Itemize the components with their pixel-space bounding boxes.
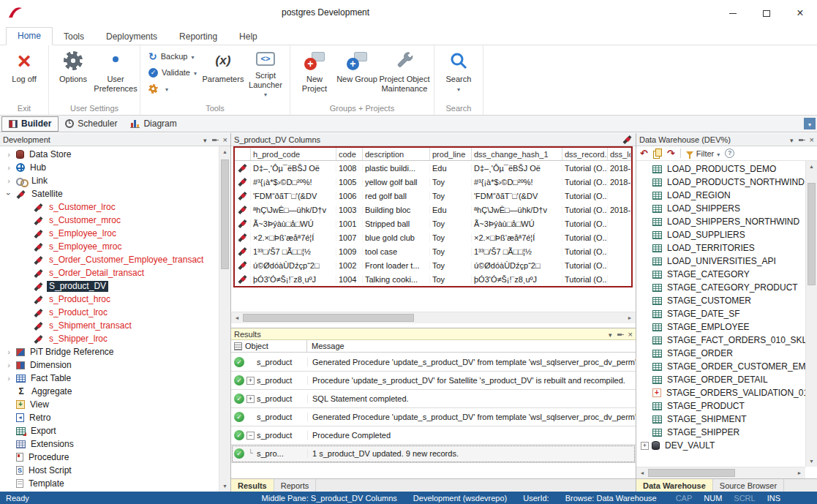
tree-item[interactable]: View — [0, 398, 219, 411]
scrollbar-thumb[interactable] — [648, 469, 735, 477]
tree-item[interactable]: Extensions — [0, 437, 219, 451]
result-row[interactable]: s_product SQL Statement completed. — [231, 390, 636, 408]
column-header[interactable]: dss_change_hash_1 — [472, 148, 562, 160]
pin-icon[interactable] — [211, 136, 219, 143]
tab-diagram[interactable]: Diagram — [124, 116, 183, 132]
minimize-button[interactable] — [716, 0, 750, 26]
object-column-header[interactable]: Object — [245, 342, 268, 350]
expander-icon[interactable] — [4, 374, 13, 383]
tree-item[interactable]: LOAD_SUPPLIERS — [636, 228, 805, 241]
maximize-button[interactable] — [750, 0, 783, 26]
backup-button[interactable]: Backup — [146, 49, 199, 64]
result-row[interactable]: s_product Procedure Completed — [231, 426, 636, 445]
table-row[interactable]: ×2.×□Þß‘æåª7é¦Í 1007 blue gold club Toy … — [235, 230, 631, 244]
tree-item[interactable]: s_Customer_mroc — [0, 214, 219, 227]
tree-item[interactable]: Export — [0, 424, 219, 437]
scrollbar-thumb[interactable] — [221, 159, 229, 269]
tree-item[interactable]: PiT Bridge Reference — [0, 345, 219, 358]
tree-item[interactable]: Hub — [0, 161, 219, 174]
close-pane-icon[interactable] — [223, 135, 227, 144]
tree-item[interactable]: s_Product_lroc — [0, 306, 219, 319]
column-header[interactable]: description — [363, 148, 430, 160]
scroll-up-icon[interactable] — [806, 161, 817, 172]
close-button[interactable] — [783, 0, 817, 26]
parameters-button[interactable]: Parameters — [202, 47, 244, 101]
table-row[interactable]: ú©ØdóàÙDźçp“2□ 1002 Front loader t... To… — [235, 258, 631, 272]
log-off-button[interactable]: Log off — [3, 47, 45, 101]
result-expander-icon[interactable] — [246, 450, 255, 458]
tree-item[interactable]: STAGE_DATE_SF — [636, 307, 805, 320]
pin-icon[interactable] — [798, 136, 805, 143]
pane-menu-icon[interactable] — [609, 330, 612, 339]
tree-item[interactable]: STAGE_SHIPMENT — [636, 413, 805, 426]
tree-item[interactable]: STAGE_CATEGORY — [636, 268, 805, 281]
scroll-up-icon[interactable] — [219, 146, 230, 157]
scrollbar-thumb[interactable] — [243, 314, 414, 322]
tree-item[interactable]: s_Shipper_lroc — [0, 332, 219, 345]
tree-item[interactable]: Aggregate — [0, 385, 219, 398]
scroll-right-icon[interactable] — [794, 470, 805, 475]
column-header[interactable]: h_prod_code — [251, 148, 336, 160]
tree-item[interactable]: LOAD_UNIVERSITIES_API — [636, 255, 805, 268]
expander-icon[interactable] — [4, 361, 13, 369]
tab-builder[interactable]: Builder — [1, 116, 59, 132]
ribbon-tab[interactable]: Reporting — [168, 29, 228, 45]
tree-item[interactable]: STAGE_ORDER_CUSTOMER_EMPLO — [636, 360, 805, 373]
filter-button[interactable]: Filter — [686, 149, 720, 158]
message-column-header[interactable]: Message — [307, 342, 636, 350]
tree-item[interactable]: Retro — [0, 411, 219, 424]
column-header[interactable]: prod_line — [430, 148, 472, 160]
result-expander-icon[interactable] — [246, 432, 255, 440]
result-expander-icon[interactable] — [246, 413, 255, 421]
table-row[interactable]: ªhÇ\JwÊ□—ühk/D†v 1003 Building bloc Edu … — [235, 203, 631, 217]
tree-item[interactable]: STAGE_SHIPPER — [636, 426, 805, 439]
table-row[interactable]: Ã~3Þýàù□å□WÚ 1001 Stripped ball Toy Ã~3Þ… — [235, 217, 631, 230]
expander-icon[interactable] — [641, 442, 649, 450]
tree-item[interactable]: STAGE_ORDER_DETAIL — [636, 373, 805, 386]
table-row[interactable]: D‡–¸'Ôµ¯ëBŠJ Oë 1008 plastic buildi... E… — [235, 161, 631, 175]
scrollbar-vertical[interactable] — [219, 146, 230, 492]
table-row[interactable]: #³{¡à*$›©D□²º%! 1005 yellow golf ball To… — [235, 175, 631, 189]
pane-tab[interactable]: Source Browser — [713, 479, 784, 492]
scrollbar-vertical[interactable] — [805, 161, 817, 467]
tree-item[interactable]: Template — [0, 477, 219, 490]
tree-item[interactable]: Fact Table — [0, 372, 219, 385]
column-header[interactable]: code — [336, 148, 363, 160]
tree-item[interactable]: LOAD_SHIPPERS_NORTHWIND — [636, 215, 805, 228]
ribbon-tab[interactable]: Tools — [53, 29, 95, 45]
redo-icon[interactable] — [667, 148, 675, 159]
validate-button[interactable]: Validate — [146, 65, 199, 80]
expander-icon[interactable] — [4, 176, 13, 185]
tree-item[interactable]: Dimension — [0, 358, 219, 372]
result-row[interactable]: s_product Procedure 'update_s_product_DV… — [231, 372, 636, 390]
result-row[interactable]: s_product Generated Procedure 'update_s_… — [231, 353, 636, 372]
tree-item[interactable]: s_Customer_lroc — [0, 200, 219, 214]
scroll-down-icon[interactable] — [219, 481, 230, 492]
copy-icon[interactable] — [653, 148, 662, 158]
tree-item[interactable]: s_Shipment_transact — [0, 319, 219, 332]
expander-icon[interactable] — [4, 347, 13, 356]
result-expander-icon[interactable] — [246, 395, 255, 403]
ribbon-tab[interactable]: Home — [6, 27, 53, 45]
tree-item[interactable]: STAGE_CATEGORY_PRODUCT — [636, 281, 805, 294]
search-button[interactable]: Search — [437, 47, 480, 101]
close-pane-icon[interactable] — [810, 135, 814, 144]
tree-item[interactable]: LOAD_TERRITORIES — [636, 241, 805, 255]
scrollbar-horizontal[interactable] — [231, 312, 636, 323]
panes-dropdown-button[interactable] — [804, 118, 816, 129]
scrollbar-thumb[interactable] — [807, 183, 816, 285]
new-project-button[interactable]: New Project — [293, 47, 336, 101]
result-expander-icon[interactable] — [246, 377, 255, 385]
tree-item[interactable]: STAGE_ORDERS_VALIDATION_010_ — [636, 386, 805, 399]
tree-item[interactable]: S_product_DV — [0, 279, 219, 293]
undo-icon[interactable] — [640, 148, 648, 159]
result-expander-icon[interactable] — [246, 358, 255, 366]
tree-item[interactable]: LOAD_REGION — [636, 189, 805, 202]
tab-scheduler[interactable]: Scheduler — [59, 116, 124, 132]
scroll-left-icon[interactable] — [636, 470, 648, 475]
ribbon-tab[interactable]: Deployments — [95, 29, 168, 45]
table-row[interactable]: 1³³□/Š7 □Ã□□¦½ 1009 tool case Toy 1³³□/Š… — [235, 244, 631, 258]
close-pane-icon[interactable] — [628, 330, 633, 339]
result-row[interactable]: s_pro... 1 s_product_DV updated. 9 new r… — [231, 445, 636, 463]
pane-menu-icon[interactable] — [203, 135, 207, 144]
